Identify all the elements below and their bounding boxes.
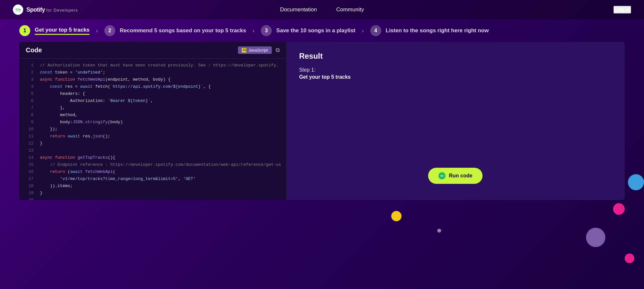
step-3-number: 3 — [261, 25, 272, 36]
deco-circle-pink — [613, 203, 625, 215]
code-line-7: 7 }, — [19, 105, 286, 112]
code-line-1: 1 // Authorization token that must have … — [19, 62, 286, 69]
code-line-14: 14 async function getTopTracks(){ — [19, 154, 286, 161]
step-1-number: 1 — [19, 25, 30, 36]
code-line-16: 16 return (await fetchWebApi( — [19, 168, 286, 175]
step-3[interactable]: 3 Save the 10 songs in a playlist — [261, 22, 355, 39]
code-line-20: 20 — [19, 197, 286, 200]
code-line-10: 10 }); — [19, 126, 286, 133]
deco-circle-dot — [437, 229, 441, 233]
code-line-13: 13 — [19, 147, 286, 154]
code-line-3: 3 async function fetchWebApi(endpoint, m… — [19, 76, 286, 83]
nav-documentation[interactable]: Documentation — [280, 6, 317, 13]
header: Spotify for Developers Documentation Com… — [0, 0, 644, 19]
code-line-15: 15 // Endpoint reference : https://devel… — [19, 161, 286, 168]
code-line-18: 18 )).items; — [19, 183, 286, 190]
nav-community[interactable]: Community — [336, 6, 364, 13]
step-2-label: Recommend 5 songs based on your top 5 tr… — [120, 27, 246, 34]
step-4-label: Listen to the songs right here right now — [386, 27, 489, 34]
main-nav: Documentation Community — [280, 6, 364, 13]
step-1-label: Get your top 5 tracks — [35, 27, 90, 35]
step-4[interactable]: 4 Listen to the songs right here right n… — [370, 22, 489, 39]
code-line-19: 19 } — [19, 190, 286, 197]
logo-text-group: Spotify for Developers — [26, 6, 78, 13]
deco-circle-pink2 — [625, 254, 634, 263]
logo-area: Spotify for Developers — [13, 5, 78, 15]
login-button[interactable]: Log in — [613, 6, 631, 14]
code-line-5: 5 headers: { — [19, 90, 286, 97]
run-code-button[interactable]: Run code — [428, 168, 483, 184]
code-line-11: 11 return await res.json(); — [19, 133, 286, 140]
spotify-run-icon — [439, 172, 446, 179]
step-arrow-1: › — [96, 27, 98, 34]
code-line-4: 4 const res = await fetch(`https://api.s… — [19, 83, 286, 90]
code-panel: Code JS JavaScript ⧉ 1 // Authorization … — [19, 42, 286, 200]
deco-circle-purple — [586, 228, 605, 247]
logo-spotify: Spotify — [26, 6, 45, 13]
js-icon: JS — [242, 48, 246, 53]
code-title: Code — [26, 46, 42, 54]
run-code-label: Run code — [449, 173, 472, 179]
logo-dev: for Developers — [46, 8, 78, 13]
code-body[interactable]: 1 // Authorization token that must have … — [19, 59, 286, 200]
result-step-name: Get your top 5 tracks — [299, 74, 612, 80]
code-line-6: 6 Authorization: `Bearer ${token}`, — [19, 97, 286, 105]
language-badge[interactable]: JS JavaScript — [238, 46, 272, 54]
step-arrow-3: › — [362, 27, 364, 34]
result-step-label: Step 1: — [299, 67, 612, 73]
step-2[interactable]: 2 Recommend 5 songs based on your top 5 … — [104, 22, 246, 39]
deco-circle-yellow — [391, 211, 402, 221]
code-line-17: 17 'v1/me/top/tracks?time_range=long_ter… — [19, 175, 286, 183]
code-header: Code JS JavaScript ⧉ — [19, 42, 286, 59]
deco-circle-blue — [628, 174, 644, 190]
steps-bar: 1 Get your top 5 tracks › 2 Recommend 5 … — [0, 19, 644, 42]
main-content: Code JS JavaScript ⧉ 1 // Authorization … — [19, 42, 625, 200]
result-title: Result — [299, 52, 612, 61]
step-4-number: 4 — [370, 25, 381, 36]
copy-button[interactable]: ⧉ — [276, 47, 280, 54]
code-line-12: 12 } — [19, 140, 286, 147]
step-1[interactable]: 1 Get your top 5 tracks — [19, 22, 90, 39]
code-line-9: 9 body:JSON.stringify(body) — [19, 119, 286, 126]
lang-label: JavaScript — [248, 48, 268, 53]
code-line-8: 8 method, — [19, 112, 286, 119]
step-arrow-2: › — [252, 27, 254, 34]
step-2-number: 2 — [104, 25, 115, 36]
step-3-label: Save the 10 songs in a playlist — [276, 27, 355, 34]
result-panel: Result Step 1: Get your top 5 tracks Run… — [286, 42, 625, 200]
code-header-right: JS JavaScript ⧉ — [238, 46, 280, 54]
code-line-2: 2 const token = 'undefined'; — [19, 69, 286, 76]
spotify-logo-icon — [13, 5, 23, 15]
